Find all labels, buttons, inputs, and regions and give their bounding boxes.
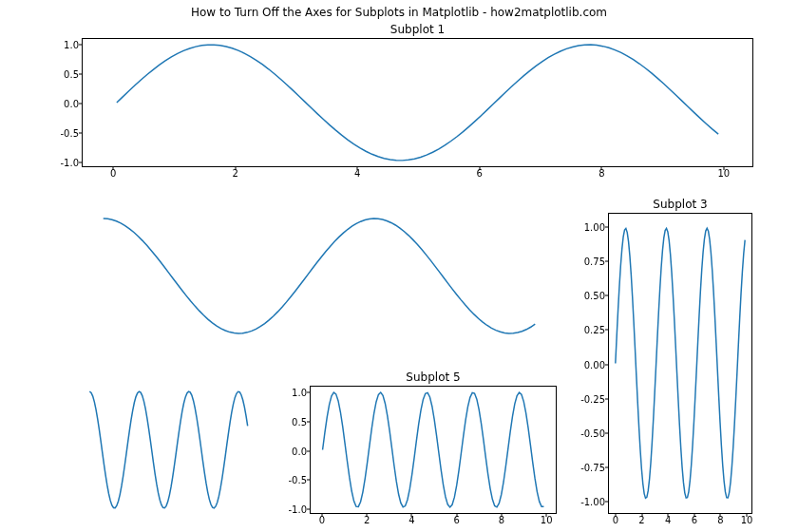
ytick-label: 0.5 xyxy=(292,416,307,427)
xtick-label: 6 xyxy=(692,515,697,525)
xtick-label: 4 xyxy=(665,515,671,525)
xtick-label: 4 xyxy=(408,515,414,525)
xtick-label: 2 xyxy=(232,168,238,179)
xtick-label: 6 xyxy=(453,515,459,525)
subplot-5-title: Subplot 5 xyxy=(310,370,557,384)
ytick-label: 1.0 xyxy=(292,388,307,398)
xtick-label: 6 xyxy=(477,168,483,179)
xtick-label: 0 xyxy=(613,515,618,525)
subplot-1-line xyxy=(83,39,752,166)
ytick-label: -1.0 xyxy=(288,504,307,514)
ytick-label: 0.50 xyxy=(584,291,605,301)
xtick-label: 4 xyxy=(354,168,360,179)
xtick-label: 2 xyxy=(638,515,644,525)
subplot-1: Subplot 1 0246810-1.0-0.50.00.51.0 xyxy=(82,38,753,167)
subplot-2-line xyxy=(82,213,557,339)
subplot-2 xyxy=(82,213,557,339)
xtick-label: 0 xyxy=(319,515,325,525)
ytick-label: 0.75 xyxy=(584,256,605,267)
ytick-label: 0.25 xyxy=(584,325,605,335)
xtick-label: 8 xyxy=(598,168,604,179)
ytick-label: -1.00 xyxy=(580,496,605,506)
xtick-label: 10 xyxy=(541,515,553,525)
ytick-label: -0.75 xyxy=(580,462,605,472)
ytick-label: -0.5 xyxy=(60,127,79,138)
ytick-label: -0.50 xyxy=(580,428,605,438)
ytick-label: 0.5 xyxy=(64,69,79,80)
xtick-label: 8 xyxy=(499,515,504,525)
ytick-label: 0.0 xyxy=(292,446,307,456)
subplot-2-axes xyxy=(82,213,557,339)
xtick-label: 10 xyxy=(717,168,730,179)
subplot-3: Subplot 3 0246810-1.00-0.75-0.50-0.250.0… xyxy=(608,213,752,514)
xtick-label: 0 xyxy=(110,168,116,179)
xtick-label: 2 xyxy=(364,515,370,525)
subplot-4-axes xyxy=(82,386,256,514)
subplot-4-line xyxy=(82,386,256,514)
ytick-label: -0.5 xyxy=(288,475,307,485)
ytick-label: 0.0 xyxy=(64,99,79,109)
xtick-label: 8 xyxy=(717,515,723,525)
subplot-4 xyxy=(82,386,256,514)
figure: How to Turn Off the Axes for Subplots in… xyxy=(0,0,798,532)
subplot-5-axes: 0246810-1.0-0.50.00.51.0 xyxy=(310,386,557,514)
subplot-1-title: Subplot 1 xyxy=(82,23,753,36)
subplot-5-line xyxy=(311,387,556,513)
subplot-3-title: Subplot 3 xyxy=(608,198,752,211)
subplot-5: Subplot 5 0246810-1.0-0.50.00.51.0 xyxy=(310,386,557,514)
figure-suptitle: How to Turn Off the Axes for Subplots in… xyxy=(0,6,798,19)
subplot-3-line xyxy=(609,214,751,513)
xtick-label: 10 xyxy=(741,515,753,525)
ytick-label: -1.0 xyxy=(60,157,79,167)
ytick-label: 1.00 xyxy=(584,222,605,233)
subplot-3-axes: 0246810-1.00-0.75-0.50-0.250.000.250.500… xyxy=(608,213,752,514)
ytick-label: 0.00 xyxy=(584,359,605,370)
ytick-label: 1.0 xyxy=(64,40,79,50)
subplot-1-axes: 0246810-1.0-0.50.00.51.0 xyxy=(82,38,753,167)
ytick-label: -0.25 xyxy=(580,393,605,404)
